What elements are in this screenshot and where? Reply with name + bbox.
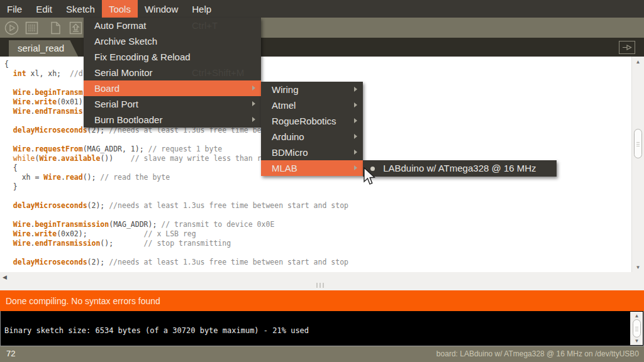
tab-serial-read[interactable]: serial_read bbox=[9, 40, 78, 57]
menu-window[interactable]: Window bbox=[138, 0, 185, 18]
editor-vertical-scrollbar[interactable]: ▲ ▼ bbox=[631, 57, 644, 272]
new-sketch-icon[interactable] bbox=[48, 20, 64, 36]
console-scrollbar[interactable]: ▲ ▼ bbox=[630, 312, 643, 345]
submenu-arrow-icon bbox=[252, 85, 255, 90]
shortcut-label: Ctrl+Shift+M bbox=[192, 65, 244, 80]
menu-sketch[interactable]: Sketch bbox=[59, 0, 102, 18]
menu-bar: File Edit Sketch Tools Window Help bbox=[0, 0, 644, 18]
code-line bbox=[4, 248, 348, 258]
shortcut-label: Ctrl+T bbox=[192, 18, 218, 33]
submenu-arrow-icon bbox=[354, 134, 357, 139]
menu-item-archive-sketch[interactable]: Archive Sketch bbox=[84, 33, 261, 49]
code-line: Wire.endTransmission(); // stop transmit… bbox=[4, 239, 348, 248]
scroll-left-icon[interactable]: ◀ bbox=[3, 274, 7, 280]
line-number-indicator: 72 bbox=[6, 349, 15, 358]
footer-status-bar: 72 board: LABduino w/ ATmega328 @ 16 MHz… bbox=[0, 346, 644, 362]
submenu-arrow-icon bbox=[354, 118, 357, 123]
verify-icon[interactable] bbox=[4, 20, 19, 36]
menu-item-bdmicro[interactable]: BDMicro bbox=[261, 145, 363, 160]
arrow-right-icon bbox=[621, 43, 633, 52]
scroll-down-icon[interactable]: ▼ bbox=[631, 338, 643, 344]
editor-horizontal-scrollbar[interactable]: ◀ bbox=[0, 272, 644, 290]
menu-item-serial-monitor[interactable]: Serial Monitor Ctrl+Shift+M bbox=[84, 65, 261, 80]
code-line bbox=[4, 192, 348, 201]
console-scrollbar-thumb[interactable] bbox=[633, 319, 641, 337]
status-message: Done compiling. No syntax errors found bbox=[6, 296, 160, 306]
scroll-down-icon[interactable]: ▼ bbox=[632, 265, 644, 270]
menu-item-burn-bootloader[interactable]: Burn Bootloader bbox=[84, 112, 261, 128]
menu-item-mlab[interactable]: MLAB bbox=[261, 160, 363, 176]
board-port-indicator: board: LABduino w/ ATmega328 @ 16 MHz on… bbox=[436, 349, 639, 358]
submenu-arrow-icon bbox=[354, 150, 357, 155]
console-text: Binary sketch size: 6534 bytes (of a 307… bbox=[4, 326, 309, 335]
compile-status-bar: Done compiling. No syntax errors found bbox=[0, 290, 644, 311]
board-submenu: Wiring Atmel RogueRobotics Arduino BDMic… bbox=[261, 82, 363, 176]
tab-menu-button[interactable] bbox=[619, 41, 635, 54]
splitter-grip-icon[interactable] bbox=[316, 283, 324, 288]
editor-scrollbar-thumb[interactable] bbox=[634, 129, 642, 158]
menu-file[interactable]: File bbox=[0, 0, 29, 18]
menu-item-atmel[interactable]: Atmel bbox=[261, 97, 363, 113]
scroll-up-icon[interactable]: ▲ bbox=[632, 59, 644, 65]
menu-item-fix-encoding[interactable]: Fix Encoding & Reload bbox=[84, 49, 261, 65]
code-line: delayMicroseconds(2); //needs at least 1… bbox=[4, 201, 348, 211]
menu-tools[interactable]: Tools bbox=[102, 0, 138, 18]
submenu-arrow-icon bbox=[252, 101, 255, 106]
submenu-arrow-icon bbox=[354, 165, 357, 170]
arduino-ide-window: { int xl, xh; //d Wire.beginTransm Wire.… bbox=[0, 0, 644, 362]
submenu-arrow-icon bbox=[354, 87, 357, 92]
open-icon[interactable] bbox=[68, 20, 84, 36]
code-line: } bbox=[4, 182, 348, 192]
menu-item-wiring[interactable]: Wiring bbox=[261, 82, 363, 97]
menu-item-arduino[interactable]: Arduino bbox=[261, 129, 363, 145]
stop-icon[interactable] bbox=[24, 20, 40, 36]
mlab-submenu: LABduino w/ ATmega328 @ 16 MHz bbox=[363, 160, 557, 177]
console-output: Binary sketch size: 6534 bytes (of a 307… bbox=[0, 311, 644, 346]
code-line bbox=[4, 211, 348, 220]
mouse-cursor-icon bbox=[363, 167, 375, 189]
menu-item-roguerobotics[interactable]: RogueRobotics bbox=[261, 113, 363, 129]
tools-menu: Auto Format Ctrl+T Archive Sketch Fix En… bbox=[84, 18, 261, 128]
menu-item-serial-port[interactable]: Serial Port bbox=[84, 96, 261, 112]
scroll-up-icon[interactable]: ▲ bbox=[631, 313, 643, 319]
submenu-arrow-icon bbox=[252, 117, 255, 122]
menu-edit[interactable]: Edit bbox=[29, 0, 59, 18]
code-line: Wire.beginTransmission(MAG_ADDR); // tra… bbox=[4, 220, 348, 229]
menu-item-labduino[interactable]: LABduino w/ ATmega328 @ 16 MHz bbox=[363, 160, 557, 177]
code-line: delayMicroseconds(2); //needs at least 1… bbox=[4, 258, 348, 267]
menu-item-board[interactable]: Board bbox=[84, 80, 261, 96]
menu-help[interactable]: Help bbox=[185, 0, 218, 18]
menu-item-auto-format[interactable]: Auto Format Ctrl+T bbox=[84, 18, 261, 33]
code-line: Wire.write(0x02); // x LSB reg bbox=[4, 229, 348, 239]
submenu-arrow-icon bbox=[354, 102, 357, 107]
